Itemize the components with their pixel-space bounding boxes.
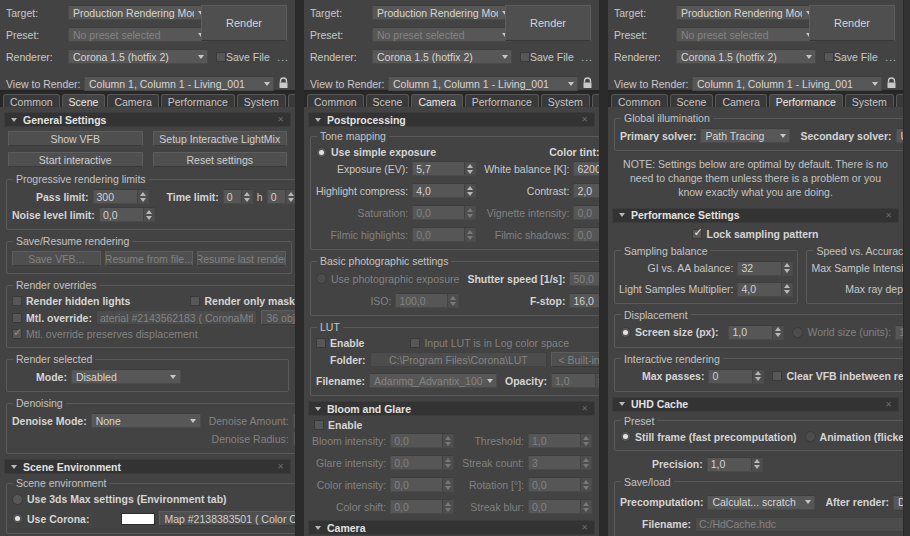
- spinner-arrows-icon[interactable]: [464, 228, 475, 241]
- threshold-spinner[interactable]: 1,0: [528, 433, 592, 448]
- spinner-arrows-icon[interactable]: [442, 456, 453, 469]
- filmic-highlights-spinner[interactable]: 0,0: [412, 227, 476, 242]
- renderer-dropdown[interactable]: Corona 1.5 (hotfix 2): [372, 49, 512, 64]
- glare-intensity-spinner[interactable]: 0,0: [390, 455, 454, 470]
- camera-rollout-header[interactable]: Camera ✕: [308, 520, 595, 535]
- screen-size-spinner[interactable]: 1,0: [728, 325, 784, 340]
- spinner-arrows-icon[interactable]: [781, 262, 792, 275]
- target-dropdown[interactable]: Production Rendering Mode: [676, 5, 816, 20]
- spinner-arrows-icon[interactable]: [580, 478, 591, 491]
- max-passes-spinner[interactable]: 0: [708, 369, 764, 384]
- color-intensity-spinner[interactable]: 0,0: [390, 477, 454, 492]
- spinner-arrows-icon[interactable]: [442, 434, 453, 447]
- mtl-override-preserves-displacement-checkbox[interactable]: [12, 329, 22, 339]
- tab-performance[interactable]: Performance: [769, 94, 843, 107]
- view-to-render-dropdown[interactable]: Column 1, Column 1 - Living_001: [84, 76, 274, 91]
- view-to-render-dropdown[interactable]: Column 1, Column 1 - Living_001: [388, 76, 578, 91]
- resume-from-file-button[interactable]: Resume from file...: [105, 251, 194, 266]
- time-limit-hours-spinner[interactable]: 0: [223, 189, 253, 204]
- tab-scene[interactable]: Scene: [670, 94, 714, 107]
- setup-interactive-lightmix-button[interactable]: Setup Interactive LightMix: [153, 131, 288, 146]
- spinner-arrows-icon[interactable]: [442, 478, 453, 491]
- lut-log-checkbox[interactable]: [410, 338, 420, 348]
- save-file-checkbox[interactable]: [520, 52, 530, 62]
- screen-size-radio[interactable]: [620, 327, 631, 338]
- tab-performance[interactable]: Performance: [465, 94, 539, 107]
- spinner-arrows-icon[interactable]: [580, 500, 591, 513]
- tab-camera[interactable]: Camera: [107, 94, 158, 107]
- spinner-arrows-icon[interactable]: [464, 206, 475, 219]
- tab-common[interactable]: Common: [307, 94, 364, 107]
- color-shift-spinner[interactable]: 0,0: [390, 499, 454, 514]
- lock-icon[interactable]: [582, 77, 593, 91]
- still-frame-radio[interactable]: [620, 431, 631, 442]
- preset-dropdown[interactable]: No preset selected: [68, 27, 208, 42]
- after-render-dropdown[interactable]: Discard: [893, 495, 904, 510]
- contrast-spinner[interactable]: 2,0: [573, 183, 600, 198]
- objects-excluded-button[interactable]: 36 objects excluded...: [261, 310, 296, 325]
- target-dropdown[interactable]: Production Rendering Mode: [372, 5, 512, 20]
- spinner-arrows-icon[interactable]: [137, 190, 148, 203]
- tab-render-elements[interactable]: Render Elements: [592, 94, 600, 107]
- tab-camera[interactable]: Camera: [715, 94, 766, 107]
- save-file-checkbox[interactable]: [216, 52, 226, 62]
- mtl-override-checkbox[interactable]: [12, 313, 22, 323]
- streak-blur-spinner[interactable]: 0,0: [528, 499, 592, 514]
- spinner-arrows-icon[interactable]: [751, 458, 762, 471]
- iso-spinner[interactable]: 100,0: [395, 293, 459, 308]
- save-file-checkbox[interactable]: [824, 52, 834, 62]
- lut-builtin-button[interactable]: < Built-in: [551, 352, 600, 367]
- white-balance-spinner[interactable]: 6200,0: [573, 161, 600, 176]
- lut-filename-dropdown[interactable]: Adanmq_Advantix_100: [369, 373, 497, 388]
- target-dropdown[interactable]: Production Rendering Mode: [68, 5, 208, 20]
- bloom-enable-checkbox[interactable]: [314, 420, 324, 430]
- spinner-arrows-icon[interactable]: [447, 294, 458, 307]
- f-stop-spinner[interactable]: 16,0: [569, 293, 600, 308]
- renderer-dropdown[interactable]: Corona 1.5 (hotfix 2): [676, 49, 816, 64]
- spinner-arrows-icon[interactable]: [772, 326, 783, 339]
- tab-scene[interactable]: Scene: [62, 94, 106, 107]
- exposure-spinner[interactable]: 5,7: [412, 161, 476, 176]
- renderer-dropdown[interactable]: Corona 1.5 (hotfix 2): [68, 49, 208, 64]
- show-vfb-button[interactable]: Show VFB: [8, 131, 143, 146]
- lut-opacity-spinner[interactable]: 1,0: [551, 373, 600, 388]
- use-corona-radio[interactable]: [12, 513, 23, 524]
- tab-common[interactable]: Common: [3, 94, 60, 107]
- spinner-arrows-icon[interactable]: [241, 190, 252, 203]
- secondary-solver-dropdown[interactable]: UHD Cache: [896, 128, 904, 143]
- start-interactive-button[interactable]: Start interactive: [8, 152, 143, 167]
- resume-last-render-button[interactable]: Resume last render: [197, 251, 286, 266]
- world-size-radio[interactable]: [792, 327, 803, 338]
- render-selected-mode-dropdown[interactable]: Disabled: [71, 369, 181, 384]
- gi-aa-balance-spinner[interactable]: 32: [737, 261, 793, 276]
- corona-env-map-button[interactable]: Map #2138383501 ( Color Correction ): [159, 511, 296, 526]
- reset-settings-button[interactable]: Reset settings: [153, 152, 288, 167]
- spinner-arrows-icon[interactable]: [285, 190, 296, 203]
- bloom-intensity-spinner[interactable]: 0,0: [390, 433, 454, 448]
- spinner-arrows-icon[interactable]: [580, 434, 591, 447]
- tab-common[interactable]: Common: [611, 94, 668, 107]
- tab-system[interactable]: System: [541, 94, 590, 107]
- save-vfb-button[interactable]: Save VFB...: [12, 251, 101, 266]
- uhd-filename-field[interactable]: C:/HdCache.hdc: [695, 517, 904, 532]
- corona-env-color-swatch[interactable]: [121, 513, 155, 525]
- renderer-browse-button[interactable]: ...: [277, 51, 289, 63]
- preset-dropdown[interactable]: No preset selected: [372, 27, 512, 42]
- vignette-intensity-spinner[interactable]: 0,0: [573, 205, 600, 220]
- tab-scene[interactable]: Scene: [366, 94, 410, 107]
- render-button[interactable]: Render: [505, 5, 591, 41]
- highlight-compress-spinner[interactable]: 4,0: [412, 183, 476, 198]
- tab-camera[interactable]: Camera: [411, 94, 462, 107]
- renderer-browse-button[interactable]: ...: [581, 51, 593, 63]
- spinner-arrows-icon[interactable]: [442, 500, 453, 513]
- uhd-cache-rollout-header[interactable]: UHD Cache ✕: [612, 397, 899, 412]
- view-to-render-dropdown[interactable]: Column 1, Column 1 - Living_001: [692, 76, 882, 91]
- postprocessing-rollout-header[interactable]: Postprocessing ✕: [308, 112, 595, 127]
- saturation-spinner[interactable]: 0,0: [412, 205, 476, 220]
- use-simple-exposure-radio[interactable]: [316, 147, 327, 158]
- rotation-spinner[interactable]: 0,0: [528, 477, 592, 492]
- bloom-glare-rollout-header[interactable]: Bloom and Glare ✕: [308, 401, 595, 416]
- tab-render-elements[interactable]: Render Elements: [896, 94, 904, 107]
- lock-icon[interactable]: [278, 77, 289, 91]
- general-settings-rollout-header[interactable]: General Settings ✕: [4, 112, 291, 127]
